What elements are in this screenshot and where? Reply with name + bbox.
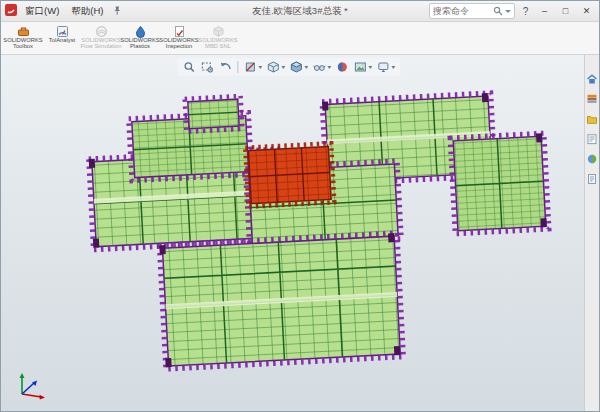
help-button[interactable]: ?: [519, 6, 532, 17]
zoom-fit-button[interactable]: [181, 59, 197, 75]
search-dropdown-caret[interactable]: [505, 10, 511, 13]
ribbon-button-solidworks-toolbox[interactable]: SOLIDWORKS Toolbox: [4, 23, 42, 54]
titlebar-right-group: ? – □ ✕: [429, 3, 595, 19]
display-style-button[interactable]: [288, 59, 309, 75]
menu-pin-icon[interactable]: [112, 2, 122, 20]
command-search[interactable]: [429, 3, 515, 19]
reference-triad: [13, 367, 51, 405]
flow-simulation-icon: [95, 24, 108, 37]
dropdown-caret[interactable]: [258, 66, 262, 69]
toolbar-separator: [237, 61, 238, 73]
solidworks-window: 窗口(W) 帮助(H) 友佳.欧海区域3#总装 * ? – □ ✕: [0, 0, 600, 412]
design-library-icon[interactable]: [586, 91, 598, 103]
graphics-viewport[interactable]: [1, 55, 599, 411]
title-bar: 窗口(W) 帮助(H) 友佳.欧海区域3#总装 * ? – □ ✕: [1, 1, 599, 22]
model-cluster-right-extension[interactable]: [450, 133, 549, 234]
ribbon-button-tolanalyst[interactable]: TolAnalyst: [43, 23, 81, 54]
menu-item-window[interactable]: 窗口(W): [21, 4, 63, 19]
minimize-button[interactable]: –: [536, 4, 553, 19]
view-settings-button[interactable]: [375, 59, 396, 75]
dropdown-caret[interactable]: [304, 66, 308, 69]
view-palette-icon[interactable]: [586, 131, 598, 143]
task-pane-strip: [584, 55, 599, 411]
model-assembly[interactable]: [1, 55, 586, 411]
headsup-view-toolbar: [177, 58, 400, 76]
search-icon[interactable]: [493, 2, 503, 20]
model-cluster-lower[interactable]: [159, 233, 403, 369]
dropdown-caret[interactable]: [281, 66, 285, 69]
dropdown-caret[interactable]: [327, 66, 331, 69]
search-input[interactable]: [433, 6, 491, 16]
document-title: 友佳.欧海区域3#总装 *: [252, 5, 348, 18]
edit-appearance-button[interactable]: [334, 59, 350, 75]
app-icon[interactable]: [5, 2, 17, 20]
apply-scene-button[interactable]: [352, 59, 373, 75]
model-cluster-top-small[interactable]: [185, 96, 243, 132]
inspection-icon: [173, 24, 186, 37]
zoom-area-button[interactable]: [199, 59, 215, 75]
ribbon-button-inspection[interactable]: SOLIDWORKS Inspection: [160, 23, 198, 54]
ribbon-button-flow-simulation: SOLIDWORKS Flow Simulation: [82, 23, 120, 54]
previous-view-button[interactable]: [217, 59, 233, 75]
section-view-button[interactable]: [242, 59, 263, 75]
view-orientation-button[interactable]: [265, 59, 286, 75]
plastics-icon: [134, 24, 147, 37]
close-button[interactable]: ✕: [578, 4, 595, 19]
model-cluster-red-core[interactable]: [245, 143, 334, 206]
tolanalyst-icon: [56, 24, 69, 37]
ribbon-button-plastics[interactable]: SOLIDWORKS Plastics: [121, 23, 159, 54]
ribbon-button-mbd-snl: SOLIDWORKS MBD SNL: [199, 23, 237, 54]
custom-properties-icon[interactable]: [586, 171, 598, 183]
hide-show-items-button[interactable]: [311, 59, 332, 75]
file-explorer-icon[interactable]: [586, 111, 598, 123]
appearances-scenes-icon[interactable]: [586, 151, 598, 163]
maximize-button[interactable]: □: [557, 4, 574, 19]
ribbon-toolbar: SOLIDWORKS Toolbox TolAnalyst SOLIDWORKS…: [1, 22, 599, 55]
mbd-icon: [212, 24, 225, 37]
solidworks-resources-icon[interactable]: [586, 71, 598, 83]
toolbox-icon: [17, 24, 30, 37]
dropdown-caret[interactable]: [391, 66, 395, 69]
menu-item-help[interactable]: 帮助(H): [67, 4, 107, 19]
dropdown-caret[interactable]: [368, 66, 372, 69]
